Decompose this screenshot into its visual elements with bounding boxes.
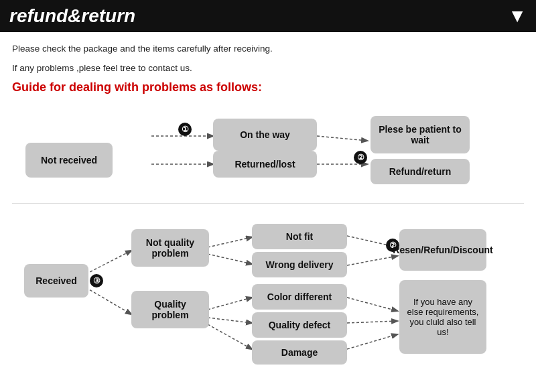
top-flow-area: Not received ① On the way Returned/lost … xyxy=(12,104,524,198)
down-arrow-icon: ▼ xyxy=(508,5,527,27)
circle-2-top: ② xyxy=(354,151,367,164)
svg-line-13 xyxy=(347,298,397,311)
svg-line-14 xyxy=(347,321,397,323)
quality-box: Quality problem xyxy=(131,291,209,328)
circle-3: ③ xyxy=(90,274,103,287)
divider xyxy=(12,203,524,204)
not-quality-box: Not quality problem xyxy=(131,229,209,267)
please-wait-box: Plese be patient to wait xyxy=(371,116,470,153)
not-fit-box: Not fit xyxy=(252,224,347,249)
on-the-way-box: On the way xyxy=(213,119,317,151)
wrong-delivery-box: Wrong delivery xyxy=(252,252,347,277)
bottom-flow-area: ③ Received Not quality problem Quality p… xyxy=(12,210,524,365)
resen-box: Resen/Refun/Discount xyxy=(399,229,486,271)
bottom-flowchart: ③ Received Not quality problem Quality p… xyxy=(12,210,524,365)
svg-line-2 xyxy=(317,136,367,141)
svg-line-7 xyxy=(208,254,252,264)
intro-line1: Please check the package and the items c… xyxy=(12,42,524,57)
not-received-box: Not received xyxy=(25,143,113,178)
svg-line-10 xyxy=(208,324,252,349)
svg-line-6 xyxy=(208,237,252,247)
refund-return-box: Refund/return xyxy=(371,159,470,184)
circle-1: ① xyxy=(178,123,192,136)
svg-line-4 xyxy=(86,251,131,274)
color-different-box: Color different xyxy=(252,284,347,310)
svg-line-8 xyxy=(208,298,252,310)
if-you-have-box: If you have any else requirements, you c… xyxy=(399,280,486,354)
quality-defect-box: Quality defect xyxy=(252,312,347,338)
intro-line2: If any problems ,plese feel tree to cont… xyxy=(12,61,524,76)
svg-line-9 xyxy=(208,318,252,323)
received-box: Received xyxy=(24,264,88,298)
damage-box: Damage xyxy=(252,340,347,365)
returned-lost-box: Returned/lost xyxy=(213,151,317,178)
svg-line-5 xyxy=(86,287,131,314)
content-area: Please check the package and the items c… xyxy=(0,32,536,371)
header: refund&return ▼ xyxy=(0,0,536,32)
top-flowchart: Not received ① On the way Returned/lost … xyxy=(12,104,524,198)
svg-line-15 xyxy=(347,334,397,349)
page-title: refund&return xyxy=(9,5,135,27)
guide-title: Guide for dealing with problems as follo… xyxy=(12,80,524,94)
svg-line-12 xyxy=(347,256,397,265)
